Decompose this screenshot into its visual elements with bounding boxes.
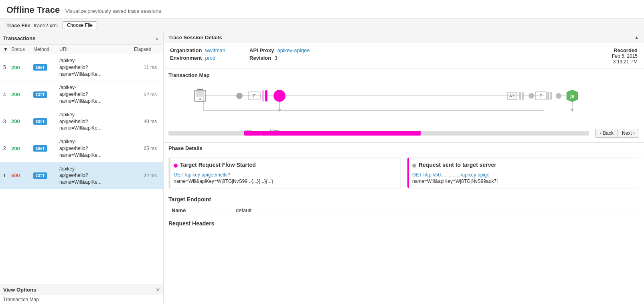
tx-elapsed: 22 ms [134, 173, 160, 178]
page-header: Offline Trace Visualize previously saved… [0, 0, 644, 19]
view-options-title: View Options [3, 287, 36, 293]
sort-arrow-icon[interactable]: ▼ [3, 47, 11, 52]
svg-point-12 [273, 89, 286, 102]
target-endpoint-section: Target Endpoint Name default Request Hea… [164, 192, 644, 234]
svg-text:AX: AX [509, 93, 515, 98]
svg-rect-21 [547, 92, 549, 100]
transactions-columns: ▼ Status Method URI Elapsed [0, 45, 163, 54]
transactions-header: Transactions « [0, 32, 163, 45]
table-row[interactable]: 5 200 GET /apikey-apigee/hello?name=Will… [0, 54, 163, 81]
right-panel: Trace Session Details ▲ Organization wwi… [164, 32, 644, 304]
tx-method: GET [33, 145, 59, 152]
tx-status: 200 [11, 118, 33, 124]
phase-card-title-2: Request sent to target server [419, 162, 496, 168]
recorded-group: Recorded Feb 5, 20153:19:21 PM [612, 47, 638, 65]
organization-value: wwitman [205, 47, 225, 53]
tx-number: 2 [3, 146, 11, 151]
phase-card-2: Request sent to target server GET http:/… [407, 157, 639, 188]
flow-svg: F AX [168, 81, 639, 126]
table-row[interactable]: 2 200 GET /apikey-apigee/hello?name=Will… [0, 135, 163, 162]
phase-card-title-1: Target Request Flow Started [180, 162, 256, 168]
tx-status: 200 [11, 91, 33, 97]
method-column-header: Method [33, 47, 59, 52]
page-subtitle: Visualize previously saved trace session… [65, 8, 163, 14]
svg-rect-16 [519, 92, 521, 100]
request-headers-title: Request Headers [168, 220, 639, 227]
api-proxy-row: API Proxy apikey-apigee [249, 47, 310, 53]
svg-text:F: F [540, 93, 543, 98]
svg-rect-4 [197, 89, 203, 90]
phase-card-1: Target Request Flow Started GET /apikey-… [168, 157, 401, 188]
table-row[interactable]: 1 500 GET /apikey-apigee/hello?name=Will… [0, 162, 163, 189]
tx-method: GET [33, 172, 59, 179]
tx-elapsed: 65 ms [134, 146, 160, 151]
phase-details-section: Phase Details Target Request Flow Starte… [164, 143, 644, 192]
revision-row: Revision 3 [249, 55, 310, 61]
tx-elapsed: 52 ms [134, 92, 160, 97]
view-option-item: Transaction Map [3, 297, 39, 302]
view-options-bar: View Options ⋎ [0, 284, 163, 295]
tx-number: 5 [3, 65, 11, 70]
api-proxy-label: API Proxy [249, 47, 274, 53]
timeline-pink-start [244, 131, 261, 136]
environment-value: prod [205, 55, 215, 61]
choose-file-button[interactable]: Choose File [63, 21, 97, 29]
table-row[interactable]: 4 200 GET /apikey-apigee/hello?name=Will… [0, 81, 163, 108]
timeline-pink-main [261, 131, 421, 136]
elapsed-column-header: Elapsed [134, 47, 160, 52]
tx-elapsed: 11 ms [134, 65, 160, 70]
tx-uri: /apikey-apigee/hello?name=Will&apiKe... [59, 57, 134, 77]
left-panel: Transactions « ▼ Status Method URI Elaps… [0, 32, 164, 304]
org-env-group: Organization wwitman Environment prod [170, 47, 225, 61]
trace-session-info: Organization wwitman Environment prod AP… [164, 43, 644, 69]
phase-card-header-2: Request sent to target server [412, 162, 634, 170]
trace-file-bar: Trace File trace2.xml Choose File [0, 19, 644, 32]
tx-number: 1 [3, 173, 11, 178]
phase-dot-gray [412, 164, 416, 168]
trace-filename: trace2.xml [34, 22, 58, 28]
back-button[interactable]: ‹ Back [595, 129, 618, 138]
phase-card-header-1: Target Request Flow Started [174, 162, 395, 170]
tx-uri: /apikey-apigee/hello?name=Will&apiKe... [59, 138, 134, 158]
tx-method: GET [33, 118, 59, 125]
name-label: Name [168, 206, 233, 215]
name-value: default [233, 206, 639, 215]
phase-card-param-1: name=Will&apiKey=Wj8TGjNvS99...{...}{...… [174, 178, 395, 184]
tx-uri: /apikey-apigee/hello?name=Will&apiKe... [59, 84, 134, 104]
svg-rect-6 [196, 91, 204, 97]
next-button[interactable]: Next › [618, 129, 639, 138]
status-column-header: Status [11, 47, 33, 52]
svg-rect-22 [550, 92, 552, 100]
collapse-transactions-button[interactable]: « [154, 34, 160, 42]
transaction-map-title: Transaction Map [168, 72, 639, 78]
page-title: Offline Trace [6, 5, 60, 15]
view-options-content: Transaction Map [0, 295, 163, 304]
svg-rect-17 [522, 92, 524, 100]
phase-card-url-1: GET /apikey-apigee/hello? [174, 172, 395, 178]
organization-row: Organization wwitman [170, 47, 225, 53]
collapse-right-icon[interactable]: ▲ [634, 34, 639, 41]
tx-method: GET [33, 64, 59, 71]
phase-card-accent [169, 158, 170, 188]
target-endpoint-title: Target Endpoint [168, 196, 639, 203]
tx-method: GET [33, 91, 59, 98]
recorded-label: Recorded [612, 47, 638, 53]
tx-uri: /apikey-apigee/hello?name=Will&apiKe... [59, 111, 134, 132]
endpoint-table: Name default [168, 206, 639, 215]
table-row: Name default [168, 206, 639, 215]
tx-elapsed: 40 ms [134, 119, 160, 124]
uri-column-header: URI [59, 47, 134, 52]
view-options-expand-icon[interactable]: ⋎ [156, 287, 160, 293]
phase-card-url-2: GET http://50.............../apikey-apig… [412, 172, 634, 178]
tx-status: 200 [11, 146, 33, 152]
organization-label: Organization [170, 47, 202, 53]
table-row[interactable]: 3 200 GET /apikey-apigee/hello?name=Will… [0, 108, 163, 135]
transactions-list: 5 200 GET /apikey-apigee/hello?name=Will… [0, 54, 163, 284]
transactions-title: Transactions [3, 35, 35, 41]
flow-diagram: F AX [168, 81, 639, 126]
svg-marker-27 [570, 109, 574, 112]
tx-status: 200 [11, 65, 33, 71]
trace-file-label: Trace File [6, 22, 30, 28]
svg-point-18 [529, 93, 534, 99]
nav-buttons: ‹ Back Next › [595, 129, 639, 138]
